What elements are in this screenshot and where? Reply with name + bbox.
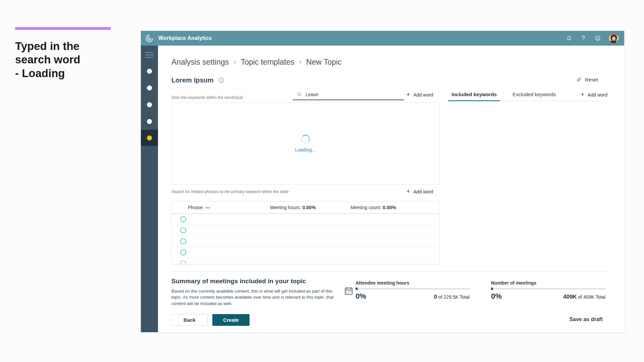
back-button[interactable]: Back [171, 314, 208, 326]
sidebar-nav-item-2[interactable] [141, 79, 158, 96]
plus-icon: + [406, 91, 410, 98]
add-word-button-phrases[interactable]: + Add word [406, 188, 433, 195]
row-radio-icon [180, 238, 186, 244]
sidebar-nav [141, 63, 158, 146]
presence-status-dot [616, 40, 620, 44]
metric-percent: 0% [491, 292, 502, 301]
column-header-phrase: Phrase: --- [188, 205, 210, 210]
breadcrumb-item-new-topic: New Topic [306, 58, 342, 67]
bell-icon[interactable] [566, 35, 572, 42]
sidebar-nav-item-active[interactable] [141, 130, 158, 146]
loading-spinner-icon [301, 135, 310, 143]
phrases-table: Phrase: --- Meeting hours: 0.00% Meeting… [171, 201, 439, 265]
add-word-button-keywords[interactable]: + Add word [581, 91, 607, 98]
annotation-line: - Loading [15, 67, 80, 80]
summary-description: Based on the currently available content… [171, 288, 336, 307]
table-row [172, 236, 439, 247]
table-row [172, 258, 439, 265]
keyword-search-field[interactable] [293, 89, 404, 100]
progress-bar-fill [356, 288, 358, 290]
row-radio-icon [180, 216, 186, 222]
app-window: Workplace Analytics ? [141, 31, 624, 332]
plus-icon: + [406, 188, 410, 195]
nav-dot-icon [147, 102, 152, 107]
metric-label: Number of meetings [491, 280, 605, 286]
row-radio-icon [180, 249, 186, 255]
nav-dot-icon [147, 69, 152, 74]
topic-name-row: Lorem Ipsum [171, 76, 224, 84]
menu-icon[interactable] [145, 52, 154, 59]
summary-title: Summary of meetings included in your top… [171, 278, 306, 285]
column-header-meeting-hours: Meeting hours: 0.00% [256, 205, 330, 210]
add-word-button-wordcloud[interactable]: + Add word [406, 91, 433, 98]
progress-bar-fill [491, 288, 493, 290]
phrases-hint: Search for related phrases to the primar… [171, 189, 289, 194]
table-row [172, 247, 439, 258]
breadcrumb-item-topic-templates[interactable]: Topic templates [241, 58, 294, 67]
breadcrumb-item-analysis-settings[interactable]: Analysis settings [171, 58, 229, 67]
metric-total: 409K of 409K Total [563, 294, 605, 300]
add-word-label: Add word [413, 92, 433, 98]
create-button[interactable]: Create [212, 314, 250, 326]
breadcrumb: Analysis settings › Topic templates › Ne… [171, 58, 341, 67]
user-avatar[interactable] [609, 33, 619, 43]
sidebar-nav-item-3[interactable] [141, 96, 158, 113]
metric-total: 0 of 229.5K Total [434, 294, 470, 300]
breadcrumb-chevron-icon: › [299, 58, 301, 66]
row-radio-icon [180, 260, 186, 265]
row-radio-icon [180, 227, 186, 233]
header-actions: ? [566, 33, 619, 43]
wordcloud-hint: Dive into keywords within the wordcloud [171, 95, 243, 100]
plus-icon: + [581, 91, 585, 98]
app-title: Workplace Analytics [158, 35, 212, 41]
table-header: Phrase: --- Meeting hours: 0.00% Meeting… [172, 201, 439, 214]
search-input[interactable] [306, 92, 404, 97]
save-as-draft-button[interactable]: Save as draft [569, 316, 603, 322]
sidebar-nav-item-4[interactable] [141, 113, 158, 130]
add-word-label: Add word [413, 189, 433, 194]
feedback-smiley-icon[interactable] [594, 35, 601, 42]
wordcloud-panel: Loading... [171, 103, 439, 185]
annotation-highlight-bar [15, 27, 111, 30]
sidebar [141, 46, 158, 332]
nav-dot-icon [147, 119, 152, 124]
metric-label: Attendee meeting hours [356, 280, 470, 286]
help-icon[interactable]: ? [580, 35, 587, 42]
tab-excluded-keywords[interactable]: Excluded keywords [509, 92, 559, 101]
loading-label: Loading... [295, 147, 316, 153]
topic-name-underline [171, 88, 379, 88]
sidebar-nav-item-1[interactable] [141, 63, 158, 79]
reset-label: Reset [585, 77, 598, 82]
info-icon[interactable] [218, 77, 224, 83]
annotation-note: Typed in the search word - Loading [15, 40, 80, 80]
workplace-analytics-logo-icon [145, 34, 154, 43]
breadcrumb-chevron-icon: › [233, 58, 236, 66]
reset-button[interactable]: Reset [576, 76, 598, 82]
calendar-icon [344, 286, 354, 297]
table-row [172, 214, 439, 225]
app-header: Workplace Analytics ? [141, 31, 624, 46]
nav-dot-icon [147, 85, 152, 90]
topic-name-input[interactable]: Lorem Ipsum [171, 76, 214, 84]
main-content: Analysis settings › Topic templates › Ne… [158, 46, 624, 332]
summary-divider [171, 271, 607, 272]
search-icon [297, 92, 302, 97]
metric-number-of-meetings: Number of meetings 0% 409K of 409K Total [491, 280, 605, 301]
table-row [172, 225, 439, 236]
add-word-label: Add word [588, 92, 607, 98]
progress-bar [491, 288, 605, 290]
column-header-meeting-count: Meeting count: 0.00% [336, 205, 410, 210]
keywords-tabs: Included keywords Excluded keywords [448, 90, 602, 101]
progress-bar [356, 288, 470, 290]
metric-attendee-meeting-hours: Attendee meeting hours 0% 0 of 229.5K To… [356, 280, 470, 301]
annotation-line: search word [15, 53, 80, 66]
eraser-icon [576, 76, 582, 82]
annotation-line: Typed in the [15, 40, 80, 53]
tab-included-keywords[interactable]: Included keywords [448, 92, 500, 101]
metric-percent: 0% [356, 292, 366, 301]
nav-dot-icon [147, 135, 152, 140]
